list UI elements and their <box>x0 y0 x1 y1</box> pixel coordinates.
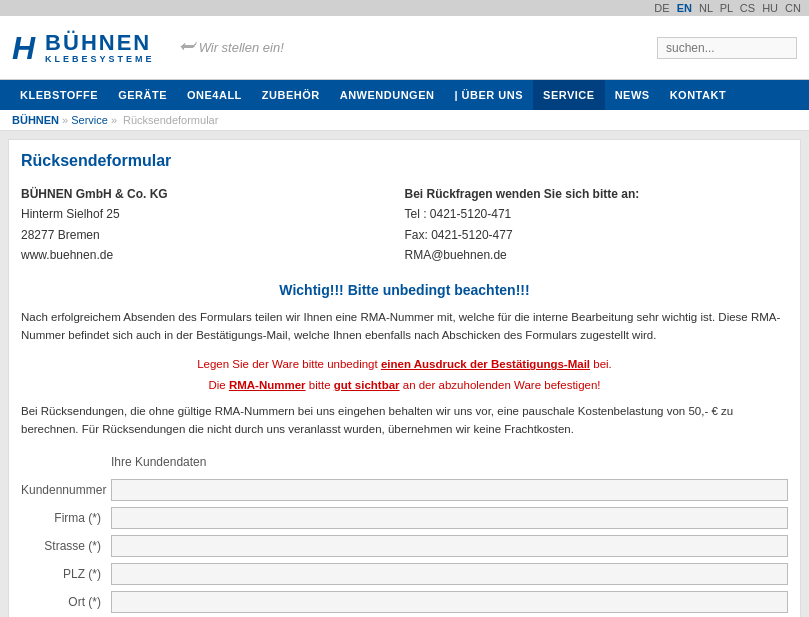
nav-service[interactable]: SERVICE <box>533 80 605 110</box>
form-row-plz: PLZ (*) <box>21 563 788 585</box>
customer-section: Ihre Kundendaten Kundennummer Firma (*) … <box>21 455 788 613</box>
lang-pl[interactable]: PL <box>720 2 733 14</box>
warning-title: Wichtig!!! Bitte unbedingt beachten!!! <box>21 282 788 298</box>
company-name: BÜHNEN GmbH & Co. KG <box>21 187 168 201</box>
form-row-strasse: Strasse (*) <box>21 535 788 557</box>
label-ort: Ort (*) <box>21 595 111 609</box>
contact-heading: Bei Rückfragen wenden Sie sich bitte an: <box>405 187 640 201</box>
lang-de[interactable]: DE <box>654 2 669 14</box>
form-row-firma: Firma (*) <box>21 507 788 529</box>
logo[interactable]: H BÜHNEN KLEBESYSTEME <box>12 32 155 64</box>
input-plz[interactable] <box>111 563 788 585</box>
breadcrumb-arrow2: » <box>111 114 117 126</box>
warning-text: Nach erfolgreichem Absenden des Formular… <box>21 308 788 345</box>
warning-red-line2: Die RMA-Nummer bitte gut sichtbar an der… <box>208 379 600 391</box>
input-strasse[interactable] <box>111 535 788 557</box>
email: RMA@buehnen.de <box>405 248 507 262</box>
breadcrumb: BÜHNEN » Service » Rücksendeformular <box>0 110 809 131</box>
logo-icon: H <box>12 32 37 64</box>
nav-anwendungen[interactable]: ANWENDUNGEN <box>330 80 445 110</box>
nav-news[interactable]: NEWS <box>605 80 660 110</box>
label-plz: PLZ (*) <box>21 567 111 581</box>
customer-section-label: Ihre Kundendaten <box>111 455 788 469</box>
search-area <box>657 37 797 59</box>
warning-red-line1: Legen Sie der Ware bitte unbedingt einen… <box>197 358 612 370</box>
nav-zubehor[interactable]: ZUBEHÖR <box>252 80 330 110</box>
search-input[interactable] <box>657 37 797 59</box>
form-title: Rücksendeformular <box>21 152 788 170</box>
logo-text: BÜHNEN KLEBESYSTEME <box>45 32 155 64</box>
lang-cn[interactable]: CN <box>785 2 801 14</box>
tel: Tel : 0421-5120-471 <box>405 207 512 221</box>
nav-one4all[interactable]: ONE4ALL <box>177 80 252 110</box>
input-firma[interactable] <box>111 507 788 529</box>
slogan: ⮨ Wir stellen ein! <box>179 39 284 57</box>
slogan-arrow-icon: ⮨ <box>179 39 195 57</box>
lang-cs[interactable]: CS <box>740 2 755 14</box>
logo-H: H <box>12 32 35 64</box>
breadcrumb-service[interactable]: Service <box>71 114 108 126</box>
lang-nl[interactable]: NL <box>699 2 713 14</box>
website: www.buehnen.de <box>21 248 113 262</box>
slogan-text: Wir stellen ein! <box>199 40 284 55</box>
nav-uber-uns[interactable]: | ÜBER UNS <box>444 80 533 110</box>
breadcrumb-arrow1: » <box>62 114 68 126</box>
nav-gerate[interactable]: GERÄTE <box>108 80 177 110</box>
address-left: BÜHNEN GmbH & Co. KG Hinterm Sielhof 25 … <box>21 184 405 266</box>
language-bar: DE EN NL PL CS HU CN <box>0 0 809 16</box>
nav-kontakt[interactable]: KONTAKT <box>660 80 736 110</box>
logo-klebesysteme: KLEBESYSTEME <box>45 54 155 64</box>
header: H BÜHNEN KLEBESYSTEME ⮨ Wir stellen ein! <box>0 16 809 80</box>
lang-hu[interactable]: HU <box>762 2 778 14</box>
input-kundennummer[interactable] <box>111 479 788 501</box>
breadcrumb-page: Rücksendeformular <box>123 114 218 126</box>
address-block: BÜHNEN GmbH & Co. KG Hinterm Sielhof 25 … <box>21 184 788 266</box>
warning-note: Bei Rücksendungen, die ohne gültige RMA-… <box>21 402 788 439</box>
label-firma: Firma (*) <box>21 511 111 525</box>
form-row-kundennummer: Kundennummer <box>21 479 788 501</box>
logo-buhnen: BÜHNEN <box>45 32 155 54</box>
warning-red: Legen Sie der Ware bitte unbedingt einen… <box>21 354 788 395</box>
lang-en[interactable]: EN <box>677 2 692 14</box>
navigation: KLEBSTOFFE GERÄTE ONE4ALL ZUBEHÖR ANWEND… <box>0 80 809 110</box>
city: 28277 Bremen <box>21 228 100 242</box>
form-row-ort: Ort (*) <box>21 591 788 613</box>
fax: Fax: 0421-5120-477 <box>405 228 513 242</box>
address-right: Bei Rückfragen wenden Sie sich bitte an:… <box>405 184 789 266</box>
label-kundennummer: Kundennummer <box>21 483 111 497</box>
input-ort[interactable] <box>111 591 788 613</box>
breadcrumb-home[interactable]: BÜHNEN <box>12 114 59 126</box>
nav-klebstoffe[interactable]: KLEBSTOFFE <box>10 80 108 110</box>
main-content: Rücksendeformular BÜHNEN GmbH & Co. KG H… <box>8 139 801 617</box>
street: Hinterm Sielhof 25 <box>21 207 120 221</box>
label-strasse: Strasse (*) <box>21 539 111 553</box>
